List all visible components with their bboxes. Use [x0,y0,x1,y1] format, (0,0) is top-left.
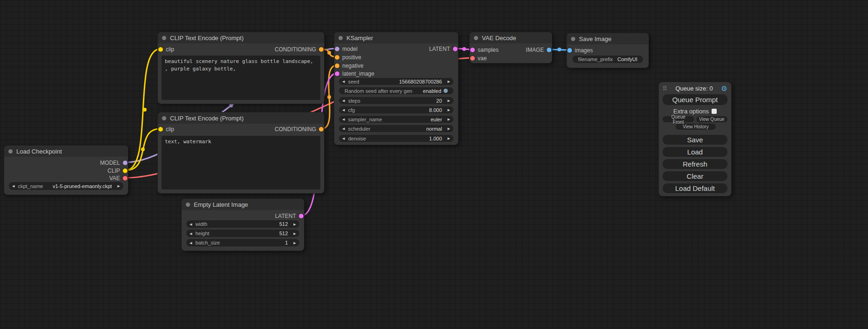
widget-steps[interactable]: ◀ steps 20 ▶ [339,97,453,104]
increment-arrow-icon[interactable]: ▶ [445,99,453,102]
decrement-arrow-icon[interactable]: ◀ [339,99,348,102]
widget-label: denoise [348,136,366,141]
node-title: CLIP Text Encode (Prompt) [170,35,244,42]
node-collapse-dot[interactable] [162,36,166,40]
view-queue-button[interactable]: View Queue [696,116,728,122]
widget-random-seed-toggle[interactable]: Random seed after every gen enabled [339,87,453,94]
decrement-arrow-icon[interactable]: ◀ [186,241,195,245]
input-slot-positive: positive [334,54,458,61]
node-vae-decode[interactable]: VAE Decode samples IMAGE vae [469,32,552,63]
node-graph-canvas[interactable]: Load Checkpoint MODEL CLIP VAE ◀ ckpt_na… [0,0,868,329]
node-title-bar[interactable]: KSampler [334,32,458,43]
increment-arrow-icon[interactable]: ▶ [445,108,453,112]
node-title-bar[interactable]: CLIP Text Encode (Prompt) [158,32,324,43]
negative-prompt-textarea[interactable]: text, watermark [162,136,320,189]
widget-value: 512 [279,231,290,236]
slot-label: LATENT [429,46,450,52]
load-default-button[interactable]: Load Default [663,183,727,193]
slot-dot-latent[interactable] [299,214,303,218]
node-title-bar[interactable]: Load Checkpoint [4,146,128,157]
wire-midpoint-dot [143,108,147,112]
node-ksampler[interactable]: KSampler model LATENT positive negative … [334,32,459,145]
decrement-arrow-icon[interactable]: ◀ [9,184,18,188]
widget-filename-prefix[interactable]: filename_prefix ComfyUI [572,56,643,63]
clear-button[interactable]: Clear [663,171,727,181]
increment-arrow-icon[interactable]: ▶ [290,241,299,245]
slot-dot-conditioning[interactable] [319,127,324,132]
slot-dot-vae[interactable] [123,176,127,181]
node-collapse-dot[interactable] [8,149,13,154]
toggle-dot-icon[interactable] [444,89,448,93]
node-clip-text-encode-positive[interactable]: CLIP Text Encode (Prompt) clip CONDITION… [157,32,325,104]
extra-options-checkbox[interactable] [712,109,717,114]
output-slot-latent: LATENT [182,212,304,220]
slot-dot-conditioning[interactable] [319,47,324,52]
menu-header: ⠿ Queue size: 0 ⚙ [659,82,731,92]
node-title-bar[interactable]: VAE Decode [470,32,552,43]
widget-scheduler[interactable]: ◀ scheduler normal ▶ [339,125,453,132]
widget-denoise[interactable]: ◀ denoise 1.000 ▶ [339,135,453,142]
widget-label: height [195,231,209,236]
slot-dot-model[interactable] [123,161,127,165]
load-button[interactable]: Load [663,147,727,157]
node-empty-latent-image[interactable]: Empty Latent Image LATENT ◀ width 512 ▶ … [181,198,304,251]
decrement-arrow-icon[interactable]: ◀ [339,127,348,130]
slot-dot-vae[interactable] [470,56,475,61]
slot-label: CONDITIONING [275,46,316,53]
node-collapse-dot[interactable] [162,116,166,120]
slot-label: IMAGE [526,47,544,53]
queue-prompt-button[interactable]: Queue Prompt [663,94,727,105]
widget-height[interactable]: ◀ height 512 ▶ [186,230,299,237]
increment-arrow-icon[interactable]: ▶ [445,137,453,140]
increment-arrow-icon[interactable]: ▶ [290,232,299,235]
widget-value: 1.000 [429,136,445,141]
wire-midpoint-dot [229,104,233,107]
slot-dot-clip[interactable] [123,168,127,173]
widget-label: scheduler [348,126,370,132]
slot-dot-latent[interactable] [453,47,458,51]
slot-dot-image[interactable] [547,48,551,52]
widget-batch-size[interactable]: ◀ batch_size 1 ▶ [186,239,299,246]
node-collapse-dot[interactable] [339,36,343,40]
node-clip-text-encode-negative[interactable]: CLIP Text Encode (Prompt) clip CONDITION… [157,112,325,194]
decrement-arrow-icon[interactable]: ◀ [339,80,348,83]
output-slot-image: IMAGE [470,46,552,54]
save-button[interactable]: Save [663,135,727,145]
increment-arrow-icon[interactable]: ▶ [445,127,453,130]
increment-arrow-icon[interactable]: ▶ [445,118,453,121]
increment-arrow-icon[interactable]: ▶ [445,80,453,83]
node-save-image[interactable]: Save Image images filename_prefix ComfyU… [566,33,649,68]
slot-dot-image[interactable] [567,48,572,53]
decrement-arrow-icon[interactable]: ◀ [339,108,348,112]
decrement-arrow-icon[interactable]: ◀ [186,232,195,235]
widget-label: batch_size [195,240,220,245]
decrement-arrow-icon[interactable]: ◀ [339,118,348,121]
slot-label: vae [478,55,487,62]
increment-arrow-icon[interactable]: ▶ [290,223,299,226]
decrement-arrow-icon[interactable]: ◀ [186,223,195,226]
view-history-button[interactable]: View History [676,124,716,130]
node-title-bar[interactable]: Empty Latent Image [182,199,304,210]
widget-width[interactable]: ◀ width 512 ▶ [186,220,299,228]
widget-cfg[interactable]: ◀ cfg 8.000 ▶ [339,106,453,113]
node-collapse-dot[interactable] [474,36,478,40]
slot-dot-latent[interactable] [335,71,339,76]
increment-arrow-icon[interactable]: ▶ [114,184,123,188]
widget-sampler-name[interactable]: ◀ sampler_name euler ▶ [339,116,453,123]
drag-handle-icon[interactable]: ⠿ [663,85,667,92]
settings-gear-icon[interactable]: ⚙ [721,85,727,92]
queue-front-button[interactable]: Queue Front [663,116,694,122]
node-load-checkpoint[interactable]: Load Checkpoint MODEL CLIP VAE ◀ ckpt_na… [4,145,128,195]
node-title-bar[interactable]: Save Image [567,33,649,44]
node-collapse-dot[interactable] [571,37,575,41]
node-title: Load Checkpoint [16,148,62,155]
slot-dot-conditioning[interactable] [335,55,339,60]
node-collapse-dot[interactable] [186,203,190,207]
refresh-button[interactable]: Refresh [663,159,727,169]
decrement-arrow-icon[interactable]: ◀ [339,137,348,140]
widget-seed[interactable]: ◀ seed 156680208700286 ▶ [339,78,453,85]
node-title-bar[interactable]: CLIP Text Encode (Prompt) [158,112,324,124]
positive-prompt-textarea[interactable]: beautiful scenery nature glass bottle la… [162,56,320,100]
widget-ckpt-name[interactable]: ◀ ckpt_name v1-5-pruned-emaonly.ckpt ▶ [9,182,123,190]
slot-dot-conditioning[interactable] [335,63,339,68]
